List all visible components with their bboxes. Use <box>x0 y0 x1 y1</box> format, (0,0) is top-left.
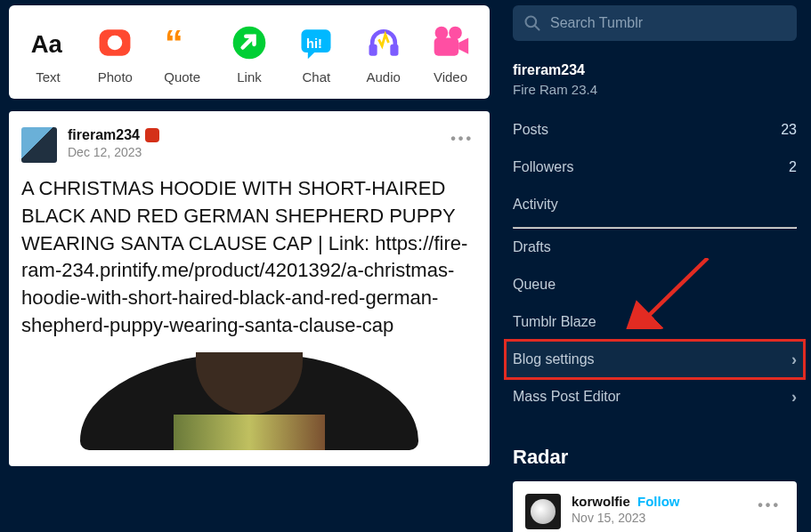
compose-toolbar: Aa Text Photo “ Quote Link hi! Chat Audi… <box>9 5 490 99</box>
radar-card: korwolfie Follow Nov 15, 2023 ••• <box>513 481 797 532</box>
blog-name[interactable]: fireram234 <box>513 62 797 78</box>
search-icon <box>523 14 541 32</box>
svg-rect-7 <box>369 44 377 56</box>
svg-line-13 <box>535 26 539 30</box>
compose-audio-button[interactable]: Audio <box>364 23 403 85</box>
svg-rect-8 <box>390 44 398 56</box>
posts-count: 23 <box>781 122 797 138</box>
sidebar-item-followers[interactable]: Followers 2 <box>513 149 797 186</box>
chevron-right-icon: › <box>791 351 797 369</box>
compose-photo-label: Photo <box>98 69 133 85</box>
sidebar-item-blaze[interactable]: Tumblr Blaze <box>513 303 797 341</box>
compose-audio-label: Audio <box>366 69 400 85</box>
sidebar-item-posts[interactable]: Posts 23 <box>513 111 797 149</box>
radar-username[interactable]: korwolfie Follow <box>572 494 680 509</box>
svg-point-10 <box>435 27 449 40</box>
post-card: fireram234 Dec 12, 2023 ••• A CHRISTMAS … <box>9 111 490 466</box>
follow-button[interactable]: Follow <box>637 494 680 509</box>
chat-icon: hi! <box>296 23 336 62</box>
post-more-button[interactable]: ••• <box>447 127 477 150</box>
svg-text:hi!: hi! <box>306 36 322 51</box>
compose-chat-label: Chat <box>302 69 330 85</box>
camera-icon <box>95 23 134 62</box>
post-date: Dec 12, 2023 <box>68 145 159 159</box>
post-body: A CHRISTMAS HOODIE WITH SHORT-HAIRED BLA… <box>21 175 477 340</box>
svg-point-2 <box>108 36 123 51</box>
search-placeholder: Search Tumblr <box>550 15 643 31</box>
search-input[interactable]: Search Tumblr <box>513 5 797 41</box>
chevron-right-icon: › <box>791 388 797 407</box>
compose-link-button[interactable]: Link <box>230 23 269 85</box>
quote-icon: “ <box>163 23 202 62</box>
sidebar-item-mass-post-editor[interactable]: Mass Post Editor › <box>513 378 797 415</box>
compose-text-label: Text <box>36 69 61 85</box>
avatar[interactable] <box>21 127 57 163</box>
post-username[interactable]: fireram234 <box>68 127 159 143</box>
video-icon <box>431 23 470 62</box>
svg-rect-9 <box>434 38 459 56</box>
compose-quote-label: Quote <box>164 69 200 85</box>
badge-icon <box>145 128 159 142</box>
compose-video-label: Video <box>434 69 467 85</box>
followers-count: 2 <box>789 159 797 175</box>
compose-quote-button[interactable]: “ Quote <box>163 23 202 85</box>
sidebar-item-drafts[interactable]: Drafts <box>513 229 797 266</box>
blog-title: Fire Ram 23.4 <box>513 82 797 97</box>
svg-text:“: “ <box>164 23 182 62</box>
compose-link-label: Link <box>237 69 262 85</box>
link-icon <box>230 23 269 62</box>
radar-more-button[interactable]: ••• <box>754 494 784 517</box>
svg-text:Aa: Aa <box>31 30 63 58</box>
compose-chat-button[interactable]: hi! Chat <box>296 23 336 85</box>
post-image[interactable] <box>21 352 477 450</box>
compose-video-button[interactable]: Video <box>431 23 470 85</box>
headphones-icon <box>364 23 403 62</box>
text-icon: Aa <box>28 23 68 62</box>
avatar[interactable] <box>525 494 561 529</box>
radar-heading: Radar <box>513 446 797 469</box>
sidebar-item-queue[interactable]: Queue <box>513 266 797 303</box>
sidebar-item-activity[interactable]: Activity <box>513 186 797 223</box>
radar-date: Nov 15, 2023 <box>572 511 680 525</box>
compose-text-button[interactable]: Aa Text <box>28 23 68 85</box>
sidebar-item-blog-settings[interactable]: Blog settings › <box>506 341 804 378</box>
svg-point-11 <box>449 27 462 40</box>
compose-photo-button[interactable]: Photo <box>95 23 134 85</box>
